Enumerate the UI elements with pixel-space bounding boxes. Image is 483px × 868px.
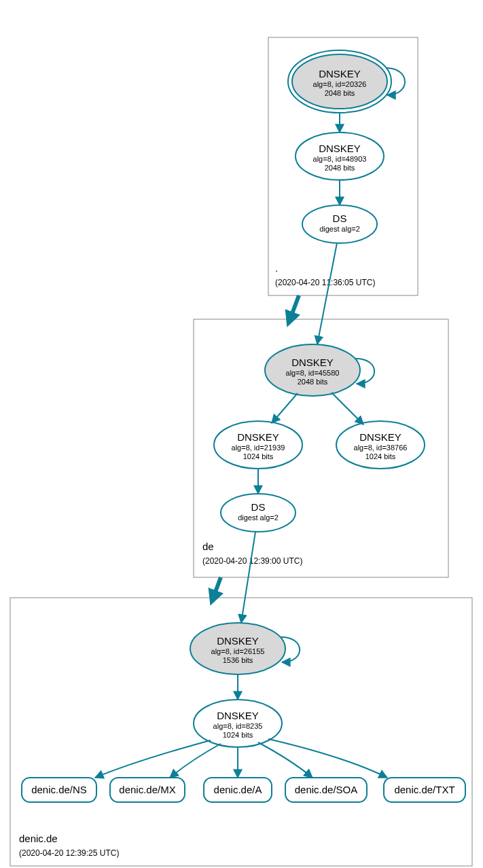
svg-text:DS: DS [333,213,347,224]
svg-text:denic.de/NS: denic.de/NS [31,784,87,795]
svg-point-24 [221,494,296,532]
svg-text:DS: DS [251,501,266,513]
svg-text:alg=8, id=8235: alg=8, id=8235 [213,722,263,730]
edge-denic-zsk-mx [170,744,221,778]
node-rr-mx: denic.de/MX [110,778,185,802]
svg-text:1024 bits: 1024 bits [365,452,396,460]
svg-text:digest alg=2: digest alg=2 [319,225,360,233]
edge-de-ksk-zsk1 [272,393,298,423]
svg-text:denic.de/SOA: denic.de/SOA [295,784,358,795]
svg-text:2048 bits: 2048 bits [325,164,355,172]
zone-label-root: . [275,262,278,274]
svg-text:DNSKEY: DNSKEY [359,431,401,443]
svg-text:alg=8, id=45580: alg=8, id=45580 [286,369,340,377]
node-rr-ns: denic.de/NS [22,778,96,802]
zone-date-root: (2020-04-20 11:36:05 UTC) [275,278,375,287]
zone-date-de: (2020-04-20 12:39:00 UTC) [202,556,302,566]
edge-denic-zsk-ns [95,740,211,778]
node-rr-soa: denic.de/SOA [285,778,367,802]
svg-text:alg=8, id=26155: alg=8, id=26155 [211,647,265,655]
svg-text:2048 bits: 2048 bits [298,378,328,386]
svg-text:DNSKEY: DNSKEY [217,635,259,647]
svg-text:alg=8, id=21939: alg=8, id=21939 [232,444,285,452]
svg-text:alg=8, id=48903: alg=8, id=48903 [313,155,367,163]
svg-text:denic.de/MX: denic.de/MX [119,784,175,795]
node-de-ksk: DNSKEY alg=8, id=45580 2048 bits [265,344,360,396]
node-denic-ksk: DNSKEY alg=8, id=26155 1536 bits [190,623,285,674]
svg-text:alg=8, id=20326: alg=8, id=20326 [313,80,367,88]
node-rr-a: denic.de/A [204,778,272,802]
node-de-zsk1: DNSKEY alg=8, id=21939 1024 bits [214,421,302,469]
node-de-ds: DS digest alg=2 [221,494,296,532]
svg-point-9 [302,205,377,243]
svg-text:1024 bits: 1024 bits [223,731,253,739]
svg-text:DNSKEY: DNSKEY [291,357,334,368]
svg-text:2048 bits: 2048 bits [325,89,355,97]
svg-text:DNSKEY: DNSKEY [319,68,361,79]
svg-text:1024 bits: 1024 bits [243,452,274,460]
node-root-ksk: DNSKEY alg=8, id=20326 2048 bits [288,50,391,113]
svg-text:1536 bits: 1536 bits [223,656,253,664]
node-de-zsk2: DNSKEY alg=8, id=38766 1024 bits [336,421,425,469]
zone-date-denic: (2020-04-20 12:39:25 UTC) [19,848,119,858]
edge-root-ds-de-ksk [317,243,337,344]
svg-text:DNSKEY: DNSKEY [217,710,259,721]
svg-text:DNSKEY: DNSKEY [237,431,279,443]
zone-label-denic: denic.de [19,833,58,844]
zone-label-de: de [202,541,214,552]
node-root-ds: DS digest alg=2 [302,205,377,243]
svg-text:denic.de/TXT: denic.de/TXT [394,784,454,795]
svg-text:DNSKEY: DNSKEY [319,143,361,154]
edge-de-ksk-zsk2 [332,393,363,424]
node-root-zsk: DNSKEY alg=8, id=48903 2048 bits [296,132,384,180]
dnssec-chain-diagram: . (2020-04-20 11:36:05 UTC) DNSKEY alg=8… [0,0,483,868]
svg-text:denic.de/A: denic.de/A [214,784,262,795]
node-denic-zsk: DNSKEY alg=8, id=8235 1024 bits [194,700,282,747]
svg-text:digest alg=2: digest alg=2 [238,513,279,522]
node-rr-txt: denic.de/TXT [384,778,465,802]
svg-text:alg=8, id=38766: alg=8, id=38766 [354,444,408,452]
edge-root-to-de-zone [289,295,299,323]
